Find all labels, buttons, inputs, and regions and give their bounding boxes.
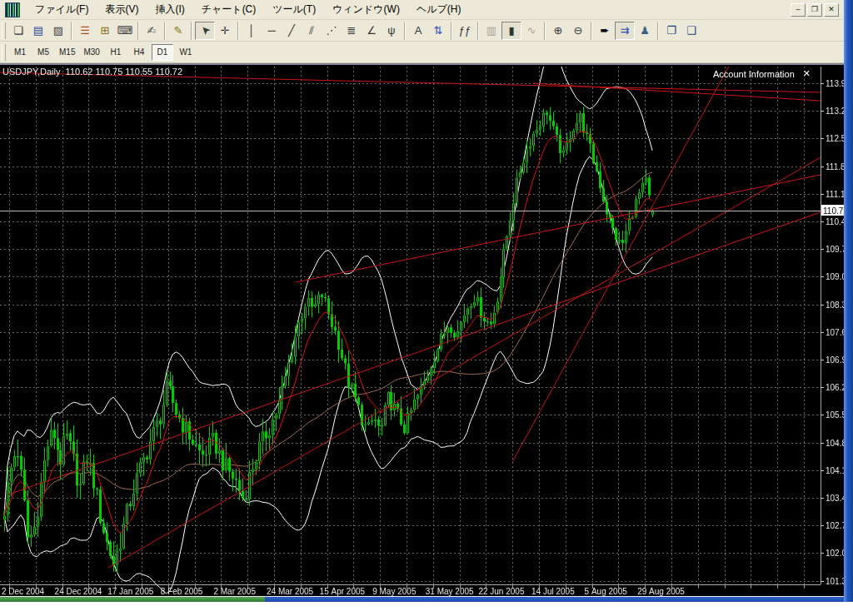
menu-file[interactable]: ファイル(F)	[27, 0, 97, 19]
arrow-labels-icon: ⇅	[434, 24, 443, 37]
menu-view[interactable]: 表示(V)	[97, 0, 147, 19]
horizontal-line-icon: ─	[267, 24, 275, 37]
indicators-list-button[interactable]: ♟	[635, 22, 655, 40]
chart-title-overlay: USDJPY,Daily 110.62 110.75 110.55 110.72	[2, 67, 182, 77]
profiles-button[interactable]: ❑	[681, 22, 701, 40]
restore-button[interactable]: ❐	[807, 3, 822, 17]
fibonacci-retracement-icon: ≣	[347, 24, 357, 37]
menu-charts[interactable]: チャート(C)	[193, 0, 265, 19]
toolbar-separator	[451, 22, 452, 40]
indicator-f-button[interactable]: ƒƒ	[455, 22, 475, 40]
profiles-icon: ❑	[686, 24, 696, 37]
toolbar-separator	[404, 22, 406, 40]
new-file-button[interactable]: ❏	[8, 22, 28, 40]
objects-pencil-button[interactable]: ✎	[168, 22, 188, 40]
bar-chart-icon: ▥	[486, 24, 496, 37]
menu-items: ファイル(F)表示(V)挿入(I)チャート(C)ツール(T)ウィンドウ(W)ヘル…	[27, 0, 469, 19]
save-button[interactable]: ▤	[28, 22, 48, 40]
gann-fan-icon: ∠	[367, 24, 377, 37]
candlestick-chart-icon: ▮	[508, 24, 514, 37]
menu-tools[interactable]: ツール(T)	[264, 0, 324, 19]
fibonacci-retracement-button[interactable]: ≣	[342, 22, 362, 40]
chart-shift-button[interactable]: ⇉	[615, 22, 635, 40]
vertical-line-icon: │	[248, 24, 255, 37]
timeframe-w1-button[interactable]: W1	[175, 44, 197, 61]
zoom-out-button[interactable]: ⊖	[568, 22, 588, 40]
toolbar-separator	[164, 22, 166, 40]
chart-properties-button[interactable]: ✍	[142, 22, 162, 40]
timeframe-h4-button[interactable]: H4	[128, 44, 150, 61]
menu-help[interactable]: ヘルプ(H)	[408, 0, 470, 19]
chart-window: USDJPY,Daily 110.62 110.75 110.55 110.72…	[0, 63, 844, 597]
window-controls: –❐✕	[791, 3, 839, 17]
timeframe-m5-button[interactable]: M5	[32, 44, 54, 61]
chart-properties-icon: ✍	[147, 24, 157, 37]
menu-bar: ファイル(F)表示(V)挿入(I)チャート(C)ツール(T)ウィンドウ(W)ヘル…	[0, 0, 844, 20]
objects-pencil-icon: ✎	[174, 24, 183, 37]
timeframe-d1-button[interactable]: D1	[152, 44, 173, 61]
timeframe-h1-button[interactable]: H1	[105, 44, 127, 61]
andrews-pitchfork-button[interactable]: ψ	[382, 22, 402, 40]
bar-chart-button: ▥	[481, 22, 501, 40]
text-label-button[interactable]: A	[408, 22, 428, 40]
toolbar-separator	[477, 22, 479, 40]
gann-fan-button[interactable]: ∠	[362, 22, 382, 40]
new-chart-window-button[interactable]: ❐	[661, 22, 681, 40]
account-information-title: Account Information	[713, 69, 795, 79]
minimize-button[interactable]: –	[791, 3, 806, 17]
cursor-button[interactable]: ➤	[195, 22, 215, 40]
indicators-list-icon: ♟	[640, 24, 650, 37]
save-icon: ▤	[33, 24, 43, 37]
crosshair-button[interactable]: ✛	[215, 22, 235, 40]
trendline-button[interactable]: ╱	[282, 22, 302, 40]
timeframe-bar: M1M5M15M30H1H4D1W1	[0, 42, 844, 63]
timeframe-m30-button[interactable]: M30	[80, 44, 102, 61]
andrews-pitchfork-icon: ψ	[387, 24, 395, 37]
arrow-labels-button[interactable]: ⇅	[428, 22, 448, 40]
print-button[interactable]: ▨	[48, 22, 68, 40]
new-chart-window-icon: ❐	[666, 24, 676, 37]
timeframe-m15-button[interactable]: M15	[56, 44, 78, 61]
close-button[interactable]: ✕	[824, 3, 839, 17]
zoom-in-icon: ⊕	[554, 24, 563, 37]
print-icon: ▨	[53, 24, 63, 37]
fibonacci-fan-button[interactable]: ⋰	[322, 22, 342, 40]
timeframe-grip	[2, 44, 6, 61]
fibonacci-fan-icon: ⋰	[327, 24, 337, 37]
indicator-f-icon: ƒƒ	[459, 24, 471, 37]
app-chart-icon	[5, 2, 20, 17]
candlestick-chart-button[interactable]: ▮	[501, 22, 521, 40]
toolbar-separator	[237, 22, 239, 40]
auto-scroll-icon: ➨	[601, 24, 610, 37]
menu-insert[interactable]: 挿入(I)	[147, 0, 192, 19]
toolbar-separator	[591, 22, 592, 40]
zoom-in-button[interactable]: ⊕	[548, 22, 568, 40]
terminal-button[interactable]: ⌨	[115, 22, 135, 40]
equidistant-channel-icon: ⫽	[309, 24, 314, 37]
chart-shift-icon: ⇉	[621, 24, 630, 37]
market-watch-button[interactable]: ☰	[75, 22, 95, 40]
line-chart-icon: ∿	[527, 24, 536, 37]
toolbar-separator	[544, 22, 546, 40]
auto-scroll-button[interactable]: ➨	[595, 22, 615, 40]
navigator-button[interactable]: ⊞	[95, 22, 115, 40]
price-chart-canvas[interactable]	[0, 67, 844, 598]
close-icon[interactable]: ✕	[803, 68, 811, 79]
cursor-icon: ➤	[197, 22, 212, 37]
equidistant-channel-button[interactable]: ⫽	[302, 22, 322, 40]
terminal-icon: ⌨	[117, 24, 133, 37]
account-information-panel[interactable]: Account Information ✕	[713, 68, 811, 79]
toolbar-separator	[191, 22, 192, 40]
new-file-icon: ❏	[13, 24, 23, 37]
navigator-icon: ⊞	[101, 24, 110, 37]
vertical-line-button[interactable]: │	[242, 22, 262, 40]
menu-window[interactable]: ウィンドウ(W)	[324, 0, 408, 19]
toolbar: ❏▤▨☰⊞⌨✍✎➤✛│─╱⫽⋰≣∠ψA⇅ƒƒ▥▮∿⊕⊖➨⇉♟❐❑	[0, 20, 844, 42]
timeframe-m1-button[interactable]: M1	[9, 44, 31, 61]
crosshair-icon: ✛	[221, 24, 230, 37]
horizontal-line-button[interactable]: ─	[262, 22, 282, 40]
window-right-border	[844, 0, 853, 602]
toolbar-separator	[137, 22, 139, 40]
market-watch-icon: ☰	[80, 24, 90, 37]
bottom-filler	[0, 602, 853, 616]
